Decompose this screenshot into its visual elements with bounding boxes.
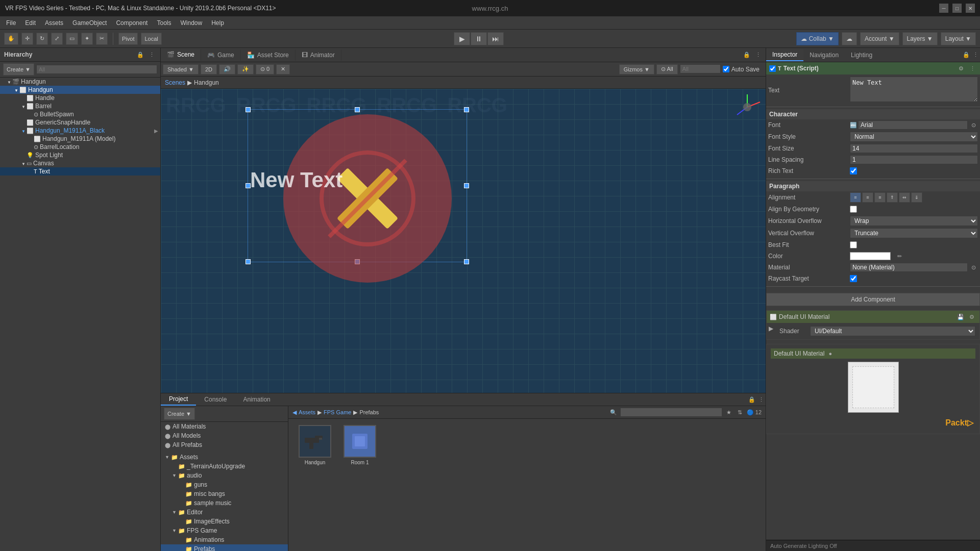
game-tab[interactable]: 🎮 Game	[201, 49, 241, 61]
color-pick-btn[interactable]: ✏	[895, 252, 904, 261]
pivot-button[interactable]: Pivot	[118, 33, 138, 45]
font-input[interactable]	[858, 120, 968, 130]
scale-tool[interactable]: ⤢	[51, 33, 63, 45]
project-tab[interactable]: Project	[161, 393, 196, 406]
align-top-btn[interactable]: ⇑	[887, 192, 898, 203]
line-spacing-input[interactable]	[850, 155, 978, 164]
selection-handle-mr[interactable]	[464, 183, 469, 188]
step-button[interactable]: ⏭	[487, 32, 504, 45]
project-misc-bangs-folder[interactable]: ▶ 📁 misc bangs	[161, 489, 288, 498]
project-image-effects-folder[interactable]: ▶ 📁 ImageEffects	[161, 517, 288, 526]
character-section-header[interactable]: Character	[766, 109, 980, 119]
menu-component[interactable]: Component	[112, 18, 152, 28]
hierarchy-search[interactable]	[36, 65, 157, 74]
component-header-text[interactable]: T Text (Script) ⚙ ⋮	[766, 62, 980, 74]
selection-handle-tl[interactable]	[246, 107, 251, 112]
rotate-tool[interactable]: ↻	[36, 33, 48, 45]
assets-tri[interactable]: ▼	[165, 455, 171, 460]
cloud-button[interactable]: ☁	[842, 32, 857, 45]
material-pick-btn[interactable]: ⊙	[969, 263, 978, 272]
fpsgame-tri[interactable]: ▼	[172, 528, 178, 533]
selection-handle-bl[interactable]	[246, 259, 251, 264]
account-button[interactable]: Account ▼	[860, 32, 899, 45]
menu-assets[interactable]: Assets	[41, 18, 67, 28]
menu-window[interactable]: Window	[176, 18, 206, 28]
gizmos-dropdown[interactable]: Gizmos ▼	[619, 64, 654, 74]
project-prefabs-folder[interactable]: ▶ 📁 Prefabs	[161, 544, 288, 551]
collab-button[interactable]: ☁ Collab ▼	[796, 32, 839, 45]
transform-tool[interactable]: ✦	[81, 33, 93, 45]
add-component-btn[interactable]: Add Component	[766, 293, 980, 306]
inspector-lock-btn[interactable]: 🔒	[962, 51, 971, 60]
scene-view-effects-btn[interactable]: ✕	[276, 64, 290, 74]
2d-button[interactable]: 2D	[201, 64, 217, 74]
raycast-target-checkbox[interactable]	[850, 275, 857, 282]
proj-bc-fpsgame[interactable]: FPS Game	[324, 409, 351, 415]
hierarchy-item-handgun-root[interactable]: 🎬 Handgun	[0, 78, 160, 86]
hierarchy-item-spotlight[interactable]: 💡 Spot Light	[0, 151, 160, 159]
project-sample-music-folder[interactable]: ▶ 📁 sample music	[161, 498, 288, 508]
proj-search-input[interactable]	[620, 408, 722, 417]
audio-button[interactable]: 🔊	[219, 64, 235, 74]
font-size-input[interactable]	[850, 144, 978, 153]
vertical-overflow-select[interactable]: Truncate Overflow	[850, 228, 978, 238]
hand-tool[interactable]: ✋	[4, 33, 18, 45]
project-audio-folder[interactable]: ▼ 📁 audio	[161, 471, 288, 480]
project-fpsgame-folder[interactable]: ▼ 📁 FPS Game	[161, 526, 288, 535]
hierarchy-create-btn[interactable]: Create ▼	[3, 63, 34, 76]
collapse-arrow[interactable]: ▶	[769, 325, 773, 332]
rect-tool[interactable]: ▭	[66, 33, 78, 45]
hierarchy-item-canvas[interactable]: ▭ Canvas	[0, 159, 160, 167]
proj-sort-btn[interactable]: ⇅	[736, 408, 745, 417]
local-button[interactable]: Local	[141, 33, 161, 45]
layers-button[interactable]: Layers ▼	[902, 32, 938, 45]
fx-button[interactable]: ✨	[237, 64, 254, 74]
hierarchy-item-handgun[interactable]: ⬜ Handgun	[0, 86, 160, 94]
menu-edit[interactable]: Edit	[21, 18, 40, 28]
menu-file[interactable]: File	[2, 18, 20, 28]
proj-bc-assets[interactable]: Assets	[299, 409, 315, 415]
navigation-tab[interactable]: Navigation	[803, 49, 845, 61]
selection-handle-br[interactable]	[464, 259, 469, 264]
hierarchy-item-genericsnaphandle[interactable]: ⬜ GenericSnapHandle	[0, 118, 160, 127]
hierarchy-item-text[interactable]: T Text	[0, 167, 160, 176]
project-all-prefabs[interactable]: ⬤ All Prefabs	[161, 440, 288, 449]
layout-button[interactable]: Layout ▼	[941, 32, 976, 45]
bottom-menu-btn[interactable]: ⋮	[756, 395, 766, 404]
auto-save-checkbox[interactable]	[723, 66, 729, 72]
play-button[interactable]: ▶	[454, 32, 470, 45]
align-bottom-btn[interactable]: ⇓	[911, 192, 922, 203]
asset-handgun[interactable]: Handgun	[295, 425, 335, 465]
hierarchy-item-bulletspawn[interactable]: ⊙ BulletSpawn	[0, 110, 160, 118]
minimize-button[interactable]: ─	[939, 4, 948, 13]
asset-store-tab[interactable]: 🏪 Asset Store	[241, 49, 296, 61]
project-create-btn[interactable]: Create ▼	[164, 408, 195, 420]
menu-tools[interactable]: Tools	[153, 18, 175, 28]
component-dot-btn[interactable]: ⋮	[968, 64, 977, 73]
console-tab[interactable]: Console	[196, 394, 235, 405]
scene-lock-btn[interactable]: 🔒	[742, 51, 751, 60]
material-field[interactable]: None (Material)	[850, 263, 968, 272]
text-textarea[interactable]: New Text	[850, 77, 978, 102]
breadcrumb-scenes[interactable]: Scenes	[165, 79, 185, 86]
snap-settings-btn[interactable]: ⊙ 0	[256, 64, 274, 74]
font-pick-btn[interactable]: ⊙	[969, 120, 978, 130]
inspector-scroll[interactable]: T Text (Script) ⚙ ⋮ Text New Text Charac…	[766, 62, 980, 540]
editor-tri[interactable]: ▼	[172, 510, 178, 515]
align-by-geometry-checkbox[interactable]	[850, 206, 857, 213]
hierarchy-item-barrel[interactable]: ⬜ Barrel	[0, 102, 160, 110]
scene-menu-btn[interactable]: ⋮	[753, 51, 763, 60]
selection-handle-tm[interactable]	[355, 107, 360, 112]
project-editor-folder[interactable]: ▼ 📁 Editor	[161, 508, 288, 517]
gizmo-widget[interactable]	[732, 92, 763, 122]
animator-tab[interactable]: 🎞 Animator	[296, 49, 341, 61]
font-style-select[interactable]: Normal Bold Italic Bold Italic	[850, 132, 978, 142]
component-settings-btn[interactable]: ⚙	[957, 64, 966, 73]
project-all-materials[interactable]: ⬤ All Materials	[161, 422, 288, 431]
default-ui-material-header[interactable]: ⬜ Default UI Material 💾 ⚙	[767, 311, 979, 323]
bottom-lock-btn[interactable]: 🔒	[747, 395, 756, 404]
lighting-tab[interactable]: Lighting	[845, 49, 878, 61]
shader-select[interactable]: UI/Default	[810, 326, 975, 336]
project-assets-folder[interactable]: ▼ 📁 Assets	[161, 453, 288, 462]
material-save-btn[interactable]: 💾	[956, 312, 965, 321]
